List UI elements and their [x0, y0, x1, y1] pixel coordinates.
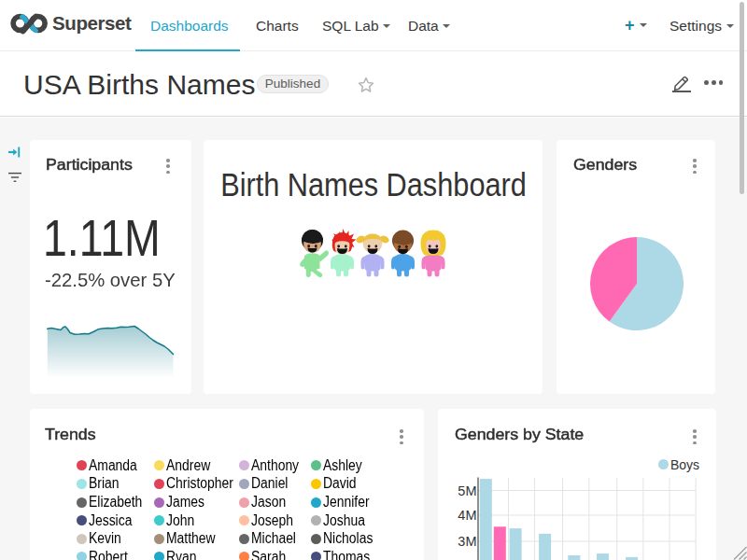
svg-text:3M: 3M	[458, 534, 476, 549]
svg-text:4M: 4M	[458, 508, 476, 523]
svg-text:5M: 5M	[458, 483, 476, 498]
